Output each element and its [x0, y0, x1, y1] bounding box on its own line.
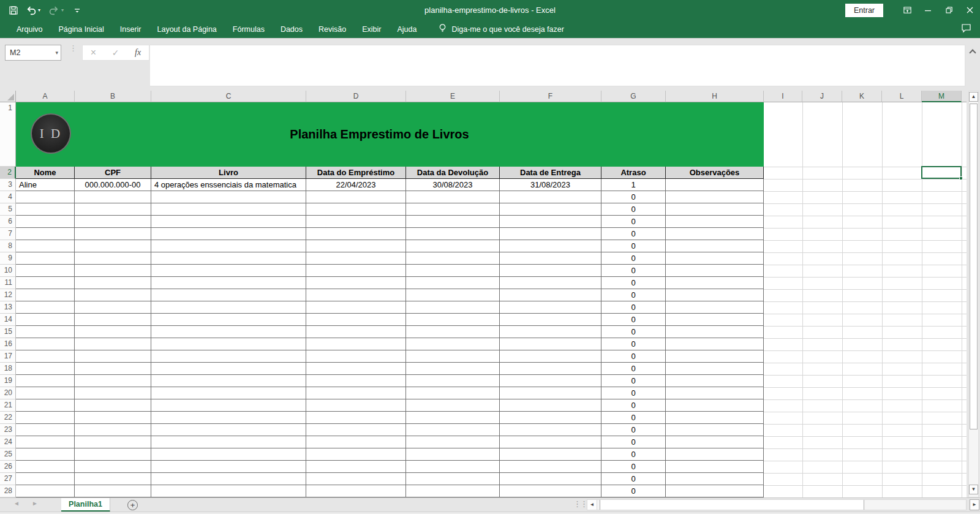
cell-E27[interactable] — [406, 473, 500, 485]
ribbon-tab-arquivo[interactable]: Arquivo — [9, 20, 50, 38]
vertical-scrollbar[interactable]: ▲ ▼ — [968, 91, 979, 497]
cell-F11[interactable] — [500, 277, 601, 289]
cell-F24[interactable] — [500, 436, 601, 448]
restore-button[interactable] — [938, 0, 959, 20]
cell-D18[interactable] — [306, 363, 406, 375]
cell-G24[interactable]: 0 — [601, 436, 666, 448]
cell-A3[interactable]: Aline — [16, 179, 75, 191]
cell-E20[interactable] — [406, 387, 500, 399]
cell-B8[interactable] — [75, 240, 151, 252]
column-header-H[interactable]: H — [666, 91, 764, 102]
cell-G21[interactable]: 0 — [601, 399, 666, 412]
cell-G17[interactable]: 0 — [601, 350, 666, 363]
customize-qat-icon[interactable] — [70, 2, 85, 18]
fill-handle[interactable] — [959, 176, 963, 180]
cell-F14[interactable] — [500, 314, 601, 326]
cell-H25[interactable] — [666, 448, 764, 461]
cell-H15[interactable] — [666, 326, 764, 338]
horizontal-scrollbar[interactable]: ◄ — [587, 499, 967, 510]
cell-E10[interactable] — [406, 265, 500, 277]
vertical-scroll-thumb[interactable] — [970, 104, 978, 429]
cell-E26[interactable] — [406, 461, 500, 473]
row-header-4[interactable]: 4 — [0, 191, 16, 203]
row-header-19[interactable]: 19 — [0, 375, 16, 387]
cell-F13[interactable] — [500, 301, 601, 314]
column-header-B[interactable]: B — [75, 91, 151, 102]
cell-F9[interactable] — [500, 252, 601, 265]
cell-G15[interactable]: 0 — [601, 326, 666, 338]
cell-C14[interactable] — [151, 314, 306, 326]
row-header-27[interactable]: 27 — [0, 473, 16, 485]
column-header-D[interactable]: D — [306, 91, 406, 102]
cell-B7[interactable] — [75, 228, 151, 240]
cell-B27[interactable] — [75, 473, 151, 485]
cell-H23[interactable] — [666, 424, 764, 436]
cell-D20[interactable] — [306, 387, 406, 399]
name-box-dropdown-icon[interactable]: ▾ — [55, 50, 58, 56]
cell-D24[interactable] — [306, 436, 406, 448]
cell-F16[interactable] — [500, 338, 601, 350]
row-header-16[interactable]: 16 — [0, 338, 16, 350]
cell-C5[interactable] — [151, 203, 306, 216]
column-header-K[interactable]: K — [842, 91, 882, 102]
cell-H4[interactable] — [666, 191, 764, 203]
cell-G20[interactable]: 0 — [601, 387, 666, 399]
cell-B23[interactable] — [75, 424, 151, 436]
cell-F2[interactable]: Data de Entrega — [500, 167, 601, 179]
row-header-5[interactable]: 5 — [0, 203, 16, 216]
cell-C26[interactable] — [151, 461, 306, 473]
cell-C15[interactable] — [151, 326, 306, 338]
cell-C4[interactable] — [151, 191, 306, 203]
cell-F26[interactable] — [500, 461, 601, 473]
cell-E4[interactable] — [406, 191, 500, 203]
cell-E12[interactable] — [406, 289, 500, 301]
cell-D12[interactable] — [306, 289, 406, 301]
scroll-right-icon[interactable]: ► — [970, 499, 979, 510]
cell-G14[interactable]: 0 — [601, 314, 666, 326]
cell-F18[interactable] — [500, 363, 601, 375]
formula-bar-splitter[interactable]: ⋮ — [69, 46, 77, 50]
cell-D4[interactable] — [306, 191, 406, 203]
row-header-22[interactable]: 22 — [0, 412, 16, 424]
cell-C7[interactable] — [151, 228, 306, 240]
cell-B28[interactable] — [75, 485, 151, 497]
scroll-up-icon[interactable]: ▲ — [969, 92, 978, 102]
cell-A8[interactable] — [16, 240, 75, 252]
cell-B4[interactable] — [75, 191, 151, 203]
cell-D26[interactable] — [306, 461, 406, 473]
cell-D17[interactable] — [306, 350, 406, 363]
cell-B6[interactable] — [75, 216, 151, 228]
cell-D10[interactable] — [306, 265, 406, 277]
cell-C3[interactable]: 4 operações enssenciais da matematica — [151, 179, 306, 191]
cell-G8[interactable]: 0 — [601, 240, 666, 252]
cell-E3[interactable]: 30/08/2023 — [406, 179, 500, 191]
cell-D27[interactable] — [306, 473, 406, 485]
row-header-9[interactable]: 9 — [0, 252, 16, 265]
cell-A7[interactable] — [16, 228, 75, 240]
row-header-6[interactable]: 6 — [0, 216, 16, 228]
cell-H24[interactable] — [666, 436, 764, 448]
row-header-2[interactable]: 2 — [0, 167, 16, 179]
cell-G16[interactable]: 0 — [601, 338, 666, 350]
cell-C25[interactable] — [151, 448, 306, 461]
cell-A19[interactable] — [16, 375, 75, 387]
tell-me-box[interactable]: Diga-me o que você deseja fazer — [438, 23, 564, 35]
cell-G13[interactable]: 0 — [601, 301, 666, 314]
cell-E14[interactable] — [406, 314, 500, 326]
row-header-8[interactable]: 8 — [0, 240, 16, 252]
column-header-M[interactable]: M — [922, 91, 962, 102]
cell-B16[interactable] — [75, 338, 151, 350]
cell-H27[interactable] — [666, 473, 764, 485]
cell-H7[interactable] — [666, 228, 764, 240]
cell-A15[interactable] — [16, 326, 75, 338]
select-all-corner[interactable] — [0, 91, 16, 102]
cell-A16[interactable] — [16, 338, 75, 350]
row-header-3[interactable]: 3 — [0, 179, 16, 191]
insert-function-icon[interactable]: fx — [135, 48, 141, 58]
cell-H21[interactable] — [666, 399, 764, 412]
row-header-15[interactable]: 15 — [0, 326, 16, 338]
banner-cell[interactable]: I D Planilha Emprestimo de Livros — [16, 102, 764, 167]
cell-F10[interactable] — [500, 265, 601, 277]
cell-B11[interactable] — [75, 277, 151, 289]
scroll-down-icon[interactable]: ▼ — [969, 485, 978, 494]
